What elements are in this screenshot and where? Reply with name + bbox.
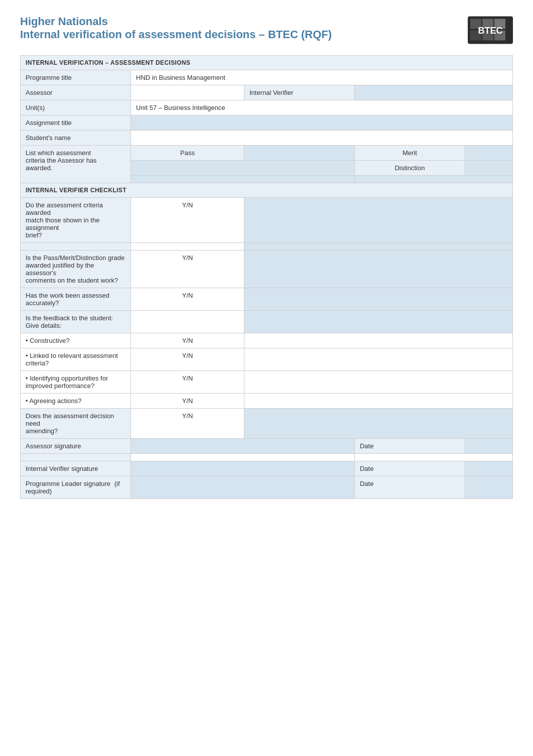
merit-value [465,146,512,161]
student-name-value [131,131,513,146]
q5-row: Does the assessment decision need amendi… [21,409,513,439]
q3-row: Has the work been assessed accurately? Y… [21,288,513,311]
programme-title-row: Programme title HND in Business Manageme… [21,70,513,85]
assessor-sig-row: Assessor signature Date [21,439,513,454]
student-name-row: Student's name [21,131,513,146]
q4c-row: • Identifying opportunities for improved… [21,371,513,394]
q4b-row: • Linked to relevant assessment criteria… [21,348,513,371]
iv-sig-label: Internal Verifier signature [21,461,131,476]
title-line2: Internal verification of assessment deci… [20,28,332,41]
list-criteria-label: List which assessment criteria the Asses… [21,146,131,183]
q1-row: Do the assessment criteria awarded match… [21,198,513,243]
assessor-label: Assessor [21,85,131,100]
distinction-value [465,161,512,176]
units-label: Unit(s) [21,100,131,115]
q4a-label: • Constructive? [21,333,131,348]
section2-title: INTERNAL VERIFIER CHECKLIST [21,183,513,198]
pl-sig-row: Programme Leader signature (if required)… [21,476,513,499]
assessor-sig-row2 [21,454,513,461]
iv-date-label: Date [354,461,465,476]
svg-text:BTEC: BTEC [478,26,503,36]
merit-header: Merit [354,146,465,161]
title-line1: Higher Nationals [20,15,332,28]
iv-date-value [465,461,512,476]
assessor-value [131,85,244,100]
section1-header-row: INTERNAL VERIFICATION – ASSESSMENT DECIS… [21,56,513,70]
pl-sig-value [131,476,355,499]
pl-date-label: Date [354,476,465,499]
programme-title-label: Programme title [21,70,131,85]
distinction-value2 [354,176,512,183]
pl-date-value [465,476,512,499]
grading-header-row: List which assessment criteria the Asses… [21,146,513,161]
assignment-title-row: Assignment title [21,115,513,131]
distinction-header: Distinction [354,161,465,176]
page-title-block: Higher Nationals Internal verification o… [20,15,332,41]
pass-value2 [131,161,355,176]
assessor-sig-value [131,439,355,454]
q4d-row: • Agreeing actions? Y/N [21,394,513,409]
iv-sig-row: Internal Verifier signature Date [21,461,513,476]
q1-comment [244,198,512,243]
pass-value3 [131,176,355,183]
q1-row-extra [21,243,513,250]
q5-comment [244,409,512,439]
q4c-yn: Y/N [131,371,244,394]
btec-logo-icon: BTEC [468,15,513,45]
programme-title-value: HND in Business Management [131,70,513,85]
q1-yn: Y/N [131,198,244,243]
q4b-comment [244,348,512,371]
q3-yn: Y/N [131,288,244,311]
q4b-yn: Y/N [131,348,244,371]
q4d-label: • Agreeing actions? [21,394,131,409]
units-row: Unit(s) Unit 57 – Business Intelligence [21,100,513,115]
q3-comment [244,288,512,311]
q4a-comment [244,333,512,348]
pass-value [244,146,354,161]
q4d-yn: Y/N [131,394,244,409]
q4c-label: • Identifying opportunities for improved… [21,371,131,394]
assessor-sig-label: Assessor signature [21,439,131,454]
q4b-label: • Linked to relevant assessment criteria… [21,348,131,371]
q4-intro-row: Is the feedback to the student: Give det… [21,311,513,333]
internal-verifier-label: Internal Verifier [244,85,354,100]
q4a-row: • Constructive? Y/N [21,333,513,348]
q4d-comment [244,394,512,409]
q4a-yn: Y/N [131,333,244,348]
pass-header: Pass [131,146,244,161]
assessor-date-value [465,439,512,454]
assessor-row: Assessor Internal Verifier [21,85,513,100]
main-table: INTERNAL VERIFICATION – ASSESSMENT DECIS… [20,55,513,499]
assignment-title-value [131,115,513,131]
section2-header-row: INTERNAL VERIFIER CHECKLIST [21,183,513,198]
q1-label: Do the assessment criteria awarded match… [21,198,131,243]
assessor-date-label: Date [354,439,465,454]
q4c-comment [244,371,512,394]
pl-sig-label: Programme Leader signature (if required) [21,476,131,499]
q4-label: Is the feedback to the student: Give det… [21,311,131,333]
q2-yn: Y/N [131,250,244,288]
assignment-title-label: Assignment title [21,115,131,131]
q2-comment [244,250,512,288]
q2-row: Is the Pass/Merit/Distinction grade awar… [21,250,513,288]
iv-sig-value [131,461,355,476]
section1-title: INTERNAL VERIFICATION – ASSESSMENT DECIS… [21,56,513,70]
student-name-label: Student's name [21,131,131,146]
page-header: Higher Nationals Internal verification o… [20,15,513,45]
q2-label: Is the Pass/Merit/Distinction grade awar… [21,250,131,288]
units-value: Unit 57 – Business Intelligence [131,100,513,115]
q5-label: Does the assessment decision need amendi… [21,409,131,439]
q5-yn: Y/N [131,409,244,439]
q3-label: Has the work been assessed accurately? [21,288,131,311]
internal-verifier-value [354,85,512,100]
